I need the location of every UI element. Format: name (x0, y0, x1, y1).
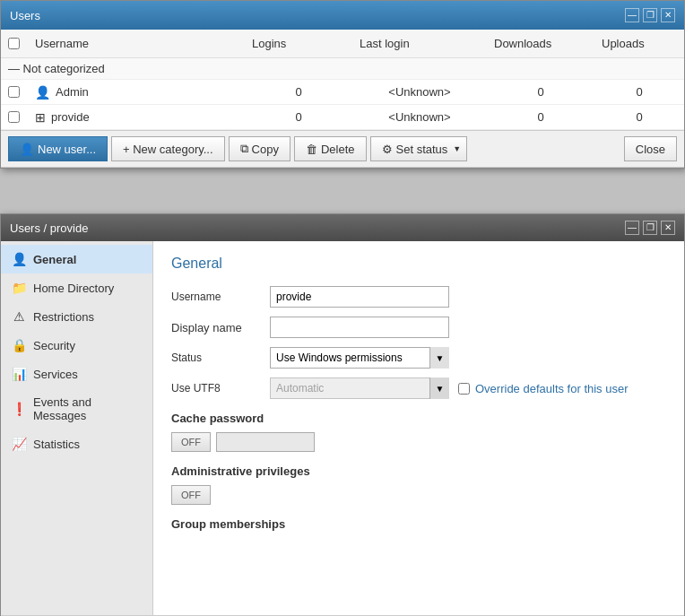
lock-icon: 🔒 (12, 338, 26, 352)
display-name-row: Display name (171, 317, 666, 338)
users-window: Users — ❐ ✕ Username Logins Last login D… (0, 0, 685, 169)
group-memberships-title: Group memberships (171, 517, 666, 531)
sidebar-item-restrictions[interactable]: ⚠ Restrictions (1, 302, 152, 331)
admin-privileges-row: OFF (171, 485, 666, 505)
sidebar-item-statistics[interactable]: 📈 Statistics (1, 429, 152, 458)
status-select[interactable]: Use Windows permissions Enabled Disabled (270, 347, 449, 369)
delete-button[interactable]: 🗑 Delete (294, 136, 367, 161)
users-toolbar: 👤 New user... + New category... ⧉ Copy 🗑… (1, 131, 684, 168)
cache-password-section: Cache password OFF (171, 412, 666, 452)
status-label: Status (171, 351, 261, 364)
provide-window-title: Users / provide (10, 221, 88, 235)
admin-username-cell: 👤 Admin (28, 82, 245, 103)
cache-password-row: OFF (171, 432, 666, 452)
delete-icon: 🗑 (306, 143, 317, 156)
bar-chart-icon: 📈 (12, 437, 26, 451)
chart-icon: 📊 (12, 367, 26, 381)
copy-button[interactable]: ⧉ Copy (229, 136, 290, 161)
display-name-field[interactable] (270, 317, 449, 338)
provide-window-body: 👤 General 📁 Home Directory ⚠ Restriction… (1, 241, 684, 615)
status-select-wrap: Use Windows permissions Enabled Disabled… (270, 347, 449, 369)
cache-off-toggle[interactable]: OFF (171, 432, 211, 452)
sidebar: 👤 General 📁 Home Directory ⚠ Restriction… (1, 241, 153, 615)
users-table-area: Username Logins Last login Downloads Upl… (1, 30, 684, 131)
display-name-label: Display name (171, 321, 261, 334)
users-close-btn[interactable]: ✕ (661, 8, 675, 22)
utf8-row: Use UTF8 Automatic ▼ Override defaults f… (171, 377, 666, 399)
set-status-button[interactable]: ⚙ Set status ▼ (370, 136, 468, 161)
col-downloads: Downloads (487, 33, 594, 54)
provide-title-bar: Users / provide — ❐ ✕ (1, 214, 684, 241)
provide-uploads-cell: 0 (594, 107, 684, 127)
admin-uploads-cell: 0 (594, 82, 684, 102)
provide-checkbox-cell (1, 108, 28, 126)
header-checkbox-cell (1, 33, 28, 54)
admin-checkbox-cell (1, 82, 28, 101)
section-title: General (171, 256, 666, 272)
provide-minimize-btn[interactable]: — (625, 221, 639, 235)
col-uploads: Uploads (594, 33, 684, 54)
person-icon: 👤 (20, 143, 34, 156)
chevron-down-icon: ▼ (453, 144, 461, 153)
table-header: Username Logins Last login Downloads Upl… (1, 30, 684, 58)
admin-off-toggle[interactable]: OFF (171, 485, 211, 505)
users-title-bar: Users — ❐ ✕ (1, 1, 684, 30)
username-field[interactable] (270, 286, 449, 308)
cache-password-title: Cache password (171, 412, 666, 425)
close-button[interactable]: Close (624, 136, 677, 161)
override-checkbox[interactable] (458, 383, 470, 395)
col-logins: Logins (245, 33, 352, 54)
status-row: Status Use Windows permissions Enabled D… (171, 347, 666, 369)
provide-restore-btn[interactable]: ❐ (643, 221, 657, 235)
username-row: Username (171, 286, 666, 308)
table-row[interactable]: 👤 Admin 0 <Unknown> 0 0 (1, 80, 684, 105)
person-icon: 👤 (35, 85, 50, 100)
admin-logins-cell: 0 (245, 82, 352, 102)
category-row: — Not categorized (1, 58, 684, 80)
admin-downloads-cell: 0 (487, 82, 594, 102)
sidebar-item-general[interactable]: 👤 General (1, 245, 152, 273)
provide-checkbox[interactable] (8, 111, 20, 123)
users-restore-btn[interactable]: ❐ (643, 8, 657, 22)
utf8-select-wrap: Automatic ▼ (270, 377, 449, 399)
provide-logins-cell: 0 (245, 107, 352, 127)
username-label: Username (171, 291, 261, 303)
admin-checkbox[interactable] (8, 86, 20, 98)
sidebar-item-security[interactable]: 🔒 Security (1, 331, 152, 360)
copy-icon: ⧉ (240, 142, 248, 156)
sidebar-item-home-directory[interactable]: 📁 Home Directory (1, 273, 152, 302)
utf8-label: Use UTF8 (171, 382, 261, 395)
users-minimize-btn[interactable]: — (625, 8, 639, 22)
category-label: — Not categorized (8, 62, 105, 75)
sidebar-item-services[interactable]: 📊 Services (1, 360, 152, 388)
new-category-button[interactable]: + New category... (111, 136, 225, 161)
users-window-controls: — ❐ ✕ (625, 8, 675, 22)
provide-last-login-cell: <Unknown> (352, 107, 487, 127)
select-all-checkbox[interactable] (8, 38, 20, 49)
gear-icon: ⚙ (382, 143, 393, 156)
person-icon: 👤 (12, 252, 26, 266)
provide-username-cell: ⊞ provide (28, 107, 245, 128)
admin-privileges-title: Administrative privileges (171, 464, 666, 478)
exclaim-icon: ❗ (12, 402, 26, 416)
col-last-login: Last login (352, 33, 487, 54)
provide-downloads-cell: 0 (487, 107, 594, 127)
warning-icon: ⚠ (12, 309, 26, 324)
provide-window: Users / provide — ❐ ✕ 👤 General 📁 Home D… (0, 213, 685, 616)
provide-close-btn[interactable]: ✕ (661, 221, 675, 235)
folder-icon: 📁 (12, 281, 26, 295)
utf8-select[interactable]: Automatic (270, 377, 449, 399)
cache-password-input[interactable] (216, 432, 315, 452)
admin-privileges-section: Administrative privileges OFF (171, 464, 666, 505)
override-checkbox-label[interactable]: Override defaults for this user (458, 382, 629, 395)
users-window-title: Users (10, 9, 40, 22)
windows-icon: ⊞ (35, 110, 46, 125)
group-memberships-section: Group memberships (171, 517, 666, 531)
col-username: Username (28, 33, 245, 54)
provide-window-controls: — ❐ ✕ (625, 221, 675, 235)
new-user-button[interactable]: 👤 New user... (8, 136, 108, 161)
sidebar-item-events-messages[interactable]: ❗ Events and Messages (1, 388, 152, 429)
table-row[interactable]: ⊞ provide 0 <Unknown> 0 0 (1, 105, 684, 130)
general-content: General Username Display name Status Use… (153, 241, 684, 615)
admin-last-login-cell: <Unknown> (352, 82, 487, 102)
